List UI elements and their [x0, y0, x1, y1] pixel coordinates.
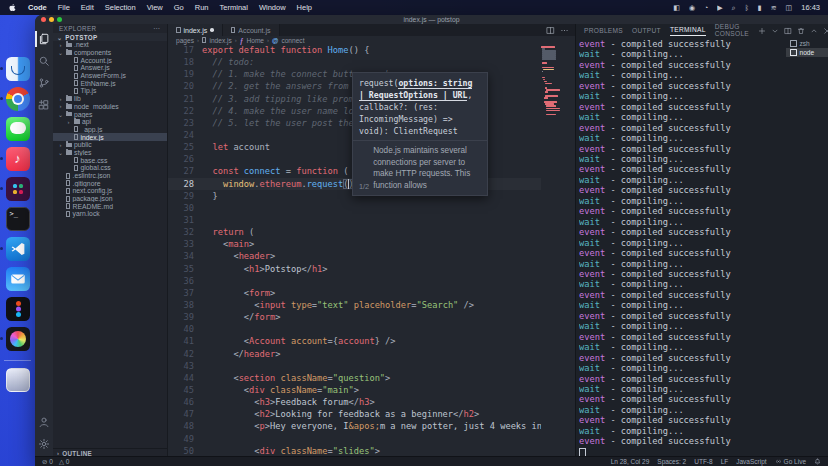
notifications-bell-icon[interactable]	[814, 458, 821, 465]
signature-counter[interactable]: 1/2	[359, 182, 369, 191]
folder-item-api[interactable]: ›api	[53, 118, 167, 126]
folder-item-styles[interactable]: ⌄styles	[53, 149, 167, 157]
folder-item-node_modules[interactable]: ›node_modules	[53, 103, 167, 111]
panel-tab-output[interactable]: OUTPUT	[632, 25, 661, 36]
file-icon	[66, 203, 71, 209]
breadcrumb-item[interactable]: pages	[176, 37, 194, 44]
folder-item-public[interactable]: ›public	[53, 141, 167, 149]
play-icon[interactable]: ▶	[717, 4, 722, 12]
file-item-global.css[interactable]: global.css	[53, 164, 167, 172]
file-item-Tip.js[interactable]: Tip.js	[53, 87, 167, 95]
activity-account[interactable]	[35, 411, 53, 433]
breadcrumb-item[interactable]: connect	[281, 37, 304, 44]
status-warnings[interactable]: △ 0	[59, 458, 69, 466]
file-item-_app.js[interactable]: _app.js	[53, 126, 167, 134]
dock-item-figma[interactable]	[6, 297, 30, 321]
tree-item-label: node_modules	[74, 103, 119, 110]
wifi-icon[interactable]: ≋	[771, 4, 777, 12]
dock-item-finder[interactable]	[6, 57, 30, 81]
file-item-Account.js[interactable]: Account.js	[53, 56, 167, 64]
status-indentation[interactable]: Spaces: 2	[657, 458, 686, 465]
folder-item-components[interactable]: ⌄components	[53, 49, 167, 57]
menu-go[interactable]: Go	[174, 3, 184, 12]
kill-terminal-icon[interactable]	[797, 21, 805, 39]
breadcrumb: pages›index.js›ƒHome›@connect	[168, 36, 575, 44]
zoom-window-button[interactable]	[57, 17, 62, 22]
bluetooth-icon[interactable]: ᛒ	[745, 4, 749, 12]
file-item-base.css[interactable]: base.css	[53, 156, 167, 164]
status-errors[interactable]: ⊘ 0	[42, 458, 53, 466]
close-window-button[interactable]	[41, 17, 46, 22]
new-terminal-icon[interactable]	[758, 21, 766, 39]
menu-window[interactable]: Window	[259, 3, 286, 12]
display-icon[interactable]: ◔	[704, 4, 708, 12]
status-encoding[interactable]: UTF-8	[694, 458, 712, 465]
activity-source-control[interactable]	[35, 72, 53, 94]
status-language-mode[interactable]: JavaScript	[736, 458, 766, 465]
activity-explorer[interactable]	[35, 28, 53, 50]
file-item-AnswerForm.js[interactable]: AnswerForm.js	[53, 72, 167, 80]
file-item-EthName.js[interactable]: EthName.js	[53, 79, 167, 87]
tab-Account.js[interactable]: Account.js	[223, 24, 280, 36]
record-icon[interactable]: ◉	[689, 4, 695, 12]
dock-item-mail[interactable]	[6, 267, 30, 291]
dock-item-chrome[interactable]	[6, 87, 30, 111]
status-eol[interactable]: LF	[721, 458, 729, 465]
menu-file[interactable]: File	[58, 3, 70, 12]
tab-index.js[interactable]: index.js	[168, 24, 223, 36]
dock-item-music[interactable]: ♪	[6, 147, 30, 171]
activity-extensions[interactable]	[35, 94, 53, 116]
dock-item-slack[interactable]	[6, 177, 30, 201]
menu-code[interactable]: Code	[28, 3, 47, 12]
project-section-header[interactable]: ⌄ POTSTOP	[53, 33, 167, 41]
menu-edit[interactable]: Edit	[81, 3, 94, 12]
screen-mirroring-icon[interactable]: ◧	[673, 4, 680, 12]
close-panel-icon[interactable]	[823, 21, 828, 39]
menu-run[interactable]: Run	[195, 3, 209, 12]
menu-view[interactable]: View	[147, 3, 163, 12]
go-live-button[interactable]: Go Live	[775, 458, 806, 465]
sidebar-more-icon[interactable]: ⋯	[153, 25, 161, 33]
search-icon[interactable]: ⌕	[732, 4, 736, 12]
terminal-dropdown-icon[interactable]	[771, 21, 779, 39]
file-item-.gitignore[interactable]: .gitignore	[53, 179, 167, 187]
file-item-yarn.lock[interactable]: yarn.lock	[53, 210, 167, 218]
file-item-next.config.js[interactable]: next.config.js	[53, 187, 167, 195]
dock-item-vscode[interactable]	[6, 237, 30, 261]
minimize-window-button[interactable]	[49, 17, 54, 22]
status-bar: ⊘ 0△ 0 Ln 28, Col 29Spaces: 2UTF-8LFJava…	[35, 456, 828, 466]
breadcrumb-item[interactable]: Home	[246, 37, 264, 44]
minimap[interactable]	[541, 44, 557, 457]
panel-tab-terminal[interactable]: TERMINAL	[670, 24, 706, 36]
control-center-icon[interactable]: ◫	[786, 4, 793, 12]
file-item-README.md[interactable]: README.md	[53, 202, 167, 210]
menubar-clock[interactable]: 16:43	[801, 3, 820, 12]
activity-search[interactable]	[35, 50, 53, 72]
panel-tab-problems[interactable]: PROBLEMS	[584, 25, 623, 36]
folder-item-pages[interactable]: ⌄pages	[53, 110, 167, 118]
menu-terminal[interactable]: Terminal	[220, 3, 248, 12]
dock-item-photos[interactable]	[6, 327, 30, 351]
file-item-package.json[interactable]: package.json	[53, 195, 167, 203]
dock-item-terminal[interactable]: >_	[6, 207, 30, 231]
file-item-index.js[interactable]: index.js	[53, 133, 167, 141]
status-cursor-position[interactable]: Ln 28, Col 29	[611, 458, 650, 465]
file-item-Answer.js[interactable]: Answer.js	[53, 64, 167, 72]
terminal-instance-zsh[interactable]: zsh	[786, 39, 828, 48]
menu-selection[interactable]: Selection	[105, 3, 136, 12]
apple-icon[interactable]	[8, 3, 17, 12]
dock-item-trash[interactable]	[6, 368, 30, 392]
terminal-instance-node[interactable]: node	[786, 48, 828, 57]
terminal-output[interactable]: event - compiled successfullywait - comp…	[579, 39, 785, 457]
battery-icon[interactable]: ▮	[758, 4, 762, 12]
panel-tab-debug-console[interactable]: DEBUG CONSOLE	[715, 21, 749, 39]
split-terminal-icon[interactable]	[784, 21, 792, 39]
maximize-panel-icon[interactable]	[810, 21, 818, 39]
file-item-.eslintrc.json[interactable]: .eslintrc.json	[53, 172, 167, 180]
folder-item-.next[interactable]: ›.next	[53, 41, 167, 49]
folder-item-lib[interactable]: ›lib	[53, 95, 167, 103]
menu-help[interactable]: Help	[297, 3, 312, 12]
dock-item-messages[interactable]	[6, 117, 30, 141]
activity-settings[interactable]	[35, 433, 53, 455]
breadcrumb-item[interactable]: index.js	[209, 37, 231, 44]
